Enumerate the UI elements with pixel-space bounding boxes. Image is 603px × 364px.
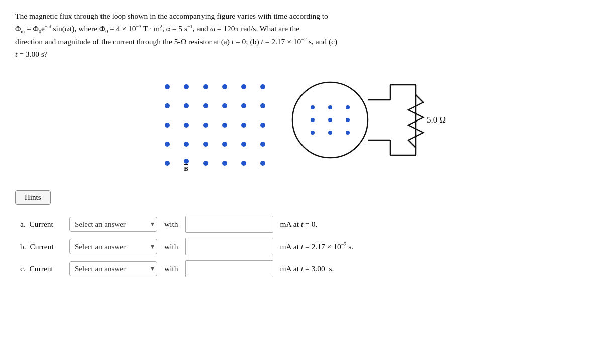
field-dot — [165, 84, 170, 89]
answer-row-b: b. Current Select an answer clockwise co… — [20, 238, 588, 255]
resistor-label: 5.0 Ω — [427, 115, 446, 125]
field-dot — [203, 123, 208, 128]
field-dot — [222, 84, 227, 89]
unit-label-b: mA at t = 2.17 × 10−2 s. — [280, 241, 354, 251]
svg-point-12 — [328, 118, 332, 122]
field-dot — [260, 142, 265, 147]
field-dot — [165, 161, 170, 166]
field-dot — [203, 142, 208, 147]
hints-button[interactable]: Hints — [15, 190, 51, 205]
unit-label-c: mA at t = 3.00 s. — [280, 264, 334, 273]
answer-select-b[interactable]: Select an answer clockwise counterclockw… — [69, 239, 157, 254]
b-vector-container: B — [184, 154, 189, 173]
problem-line3: direction and magnitude of the current t… — [15, 37, 337, 46]
svg-point-10 — [346, 105, 350, 109]
field-dot — [184, 159, 189, 164]
dot-field: B — [158, 77, 272, 173]
answer-select-wrapper-b: Select an answer clockwise counterclockw… — [69, 239, 157, 254]
field-dot — [260, 84, 265, 89]
field-dot — [260, 123, 265, 128]
field-dot — [165, 123, 170, 128]
field-dot — [184, 142, 189, 147]
value-input-c[interactable] — [185, 260, 273, 277]
svg-point-13 — [346, 118, 350, 122]
field-dot — [222, 161, 227, 166]
answer-label-c: c. Current — [20, 264, 65, 273]
unit-label-a: mA at t = 0. — [280, 220, 318, 229]
svg-point-11 — [311, 118, 315, 122]
field-dot — [203, 103, 208, 108]
field-dot — [241, 142, 246, 147]
field-dot — [241, 161, 246, 166]
answer-label-a: a. Current — [20, 220, 65, 229]
problem-line2: Φm = Φ0e−at sin(ωt), where Φ0 = 4 × 10−3… — [15, 24, 299, 33]
with-label-a: with — [164, 220, 178, 229]
field-dot — [184, 84, 189, 89]
problem-line4: t = 3.00 s? — [15, 50, 48, 58]
with-label-b: with — [164, 242, 178, 251]
field-dot — [222, 142, 227, 147]
field-dot — [165, 103, 170, 108]
answer-select-c[interactable]: Select an answer clockwise counterclockw… — [69, 261, 157, 276]
field-dot — [184, 123, 189, 128]
field-dot — [184, 103, 189, 108]
with-label-c: with — [164, 264, 178, 273]
field-dot — [222, 123, 227, 128]
b-vector-label: B — [184, 165, 188, 173]
answers-section: a. Current Select an answer clockwise co… — [20, 216, 588, 277]
svg-point-15 — [328, 131, 332, 135]
field-dot — [203, 84, 208, 89]
field-dot — [203, 161, 208, 166]
value-input-a[interactable] — [185, 216, 273, 233]
value-input-b[interactable] — [185, 238, 273, 255]
field-dot — [260, 103, 265, 108]
answer-label-b: b. Current — [20, 242, 65, 251]
svg-point-8 — [311, 105, 315, 109]
svg-point-9 — [328, 105, 332, 109]
field-dot — [241, 103, 246, 108]
field-dot — [222, 103, 227, 108]
figure-area: B 5.0 Ω — [15, 70, 588, 180]
field-dot — [260, 161, 265, 166]
circuit-diagram: 5.0 Ω — [275, 70, 446, 180]
field-dot — [241, 123, 246, 128]
svg-point-16 — [346, 131, 350, 135]
svg-point-14 — [311, 131, 315, 135]
problem-statement: The magnetic flux through the loop shown… — [15, 10, 588, 61]
answer-select-a[interactable]: Select an answer clockwise counterclockw… — [69, 217, 157, 232]
field-dot — [241, 84, 246, 89]
answer-row-a: a. Current Select an answer clockwise co… — [20, 216, 588, 233]
answer-row-c: c. Current Select an answer clockwise co… — [20, 260, 588, 277]
field-dot — [165, 142, 170, 147]
answer-select-wrapper-c: Select an answer clockwise counterclockw… — [69, 261, 157, 276]
answer-select-wrapper-a: Select an answer clockwise counterclockw… — [69, 217, 157, 232]
problem-line1: The magnetic flux through the loop shown… — [15, 12, 328, 20]
